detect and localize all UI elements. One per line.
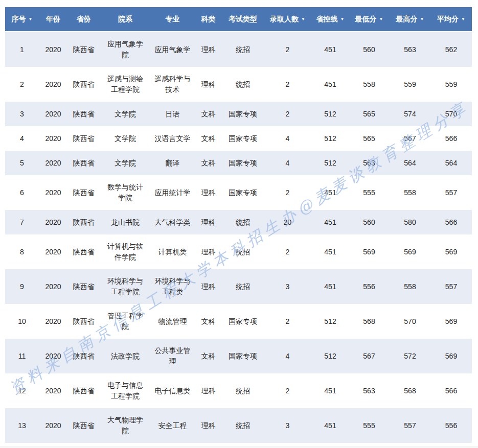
cell-min-score: 560	[349, 210, 390, 234]
cell-admitted-count: 4	[263, 126, 312, 151]
cell-text: 580	[404, 217, 416, 228]
cell-avg-score: 556	[430, 408, 472, 443]
table-row: 82020陕西省计算机与软件学院计算机类理科统招2451569569569	[5, 234, 472, 269]
cell-province-control-line: 512	[312, 339, 349, 373]
cell-text: 559	[445, 79, 457, 90]
cell-text: 1	[20, 44, 24, 55]
cell-min-score: 555	[349, 408, 390, 443]
column-label: 科类	[201, 15, 216, 23]
cell-avg-score: 557	[430, 269, 472, 304]
cell-index: 11	[5, 339, 39, 373]
cell-avg-score: 566	[430, 373, 472, 408]
cell-index: 9	[5, 269, 39, 304]
cell-text: 512	[324, 133, 336, 144]
cell-subject-type: 文科	[194, 304, 222, 339]
cell-text: 557	[445, 281, 457, 292]
cell-text: 数学与统计学院	[106, 182, 145, 203]
cell-text: 理科	[201, 281, 216, 292]
cell-admitted-count: 2	[263, 234, 312, 269]
cell-text: 2020	[45, 79, 61, 90]
column-header-admitted-count[interactable]: 录取人数▼	[263, 7, 312, 32]
cell-text: 公共事业管理	[153, 345, 192, 367]
cell-text: 陕西省	[73, 351, 95, 362]
cell-text: 2020	[45, 44, 61, 55]
cell-text: 20	[284, 217, 292, 228]
cell-text: 应用统计学	[155, 187, 191, 198]
cell-subject-type: 理科	[194, 67, 222, 102]
cell-text: 560	[363, 44, 375, 55]
cell-text: 物流管理	[158, 316, 187, 327]
bottom-divider	[0, 446, 478, 447]
column-label: 专业	[166, 15, 180, 23]
cell-text: 6	[20, 187, 24, 198]
cell-text: 国家专项	[229, 316, 257, 327]
cell-text: 565	[363, 109, 375, 120]
cell-admitted-count: 2	[263, 67, 312, 102]
cell-year: 2020	[39, 126, 67, 151]
cell-admitted-count: 2	[263, 102, 312, 126]
cell-text: 10	[18, 316, 26, 327]
cell-text: 2020	[45, 109, 61, 120]
cell-text: 451	[324, 247, 336, 257]
cell-text: 2020	[45, 247, 61, 257]
cell-exam-type: 统招	[222, 269, 263, 304]
cell-text: 556	[363, 281, 375, 292]
column-header-province: 省份	[67, 7, 100, 32]
cell-min-score: 568	[349, 304, 390, 339]
cell-text: 理科	[201, 247, 216, 257]
cell-year: 2020	[39, 373, 67, 408]
cell-text: 电子信息类	[155, 386, 191, 396]
cell-text: 555	[363, 187, 375, 198]
cell-department: 应用气象学院	[100, 32, 151, 67]
cell-province: 陕西省	[67, 67, 100, 102]
cell-text: 512	[324, 316, 336, 327]
cell-avg-score: 557	[430, 175, 472, 210]
cell-text: 陕西省	[73, 109, 95, 120]
cell-text: 陕西省	[73, 133, 95, 144]
cell-admitted-count: 4	[263, 151, 312, 175]
cell-province: 陕西省	[67, 234, 100, 269]
cell-department: 管理工程学院	[100, 304, 151, 339]
cell-text: 统招	[236, 386, 250, 396]
cell-text: 2020	[45, 386, 61, 396]
cell-index: 13	[5, 408, 39, 443]
cell-province: 陕西省	[67, 269, 100, 304]
cell-text: 558	[404, 187, 416, 198]
cell-province: 陕西省	[67, 210, 100, 234]
column-header-department: 院系	[100, 7, 151, 32]
cell-text: 564	[445, 158, 457, 169]
cell-major: 公共事业管理	[151, 339, 194, 373]
column-label: 省份	[77, 15, 91, 23]
table-row: 42020陕西省文学院汉语言文学文科国家专项4512565567566	[5, 126, 472, 151]
column-header-avg-score[interactable]: 平均分▼	[430, 7, 472, 32]
cell-text: 统招	[236, 247, 250, 257]
table-row: 92020陕西省环境科学与工程学院环境科学与工程类理科统招34515565585…	[5, 269, 472, 304]
cell-index: 3	[5, 102, 39, 126]
cell-text: 2	[20, 79, 24, 90]
cell-year: 2020	[39, 32, 67, 67]
cell-text: 13	[18, 420, 26, 431]
table-header: 序号▼年份省份院系专业科类考试类型录取人数▼省控线▼最低分▼最高分▼平均分▼	[5, 7, 472, 32]
cell-text: 大气物理学院	[106, 415, 145, 436]
cell-major: 日语	[151, 102, 194, 126]
cell-text: 陕西省	[73, 316, 95, 327]
cell-exam-type: 统招	[222, 67, 263, 102]
cell-major: 环境科学与工程类	[151, 269, 194, 304]
cell-min-score: 569	[349, 234, 390, 269]
cell-department: 文学院	[100, 126, 151, 151]
column-header-province-control-line[interactable]: 省控线▼	[312, 7, 349, 32]
cell-text: 563	[363, 386, 375, 396]
cell-min-score: 558	[349, 67, 390, 102]
cell-text: 4	[20, 133, 24, 144]
cell-text: 558	[404, 281, 416, 292]
cell-text: 2020	[45, 217, 61, 228]
cell-admitted-count: 2	[263, 175, 312, 210]
cell-index: 10	[5, 304, 39, 339]
column-header-max-score[interactable]: 最高分▼	[390, 7, 430, 32]
column-header-min-score[interactable]: 最低分▼	[349, 7, 390, 32]
sort-down-icon: ▼	[29, 17, 33, 21]
cell-department: 计算机与软件学院	[100, 234, 151, 269]
cell-index: 6	[5, 175, 39, 210]
cell-major: 遥感科学与技术	[151, 67, 194, 102]
column-header-index[interactable]: 序号▼	[5, 7, 39, 32]
